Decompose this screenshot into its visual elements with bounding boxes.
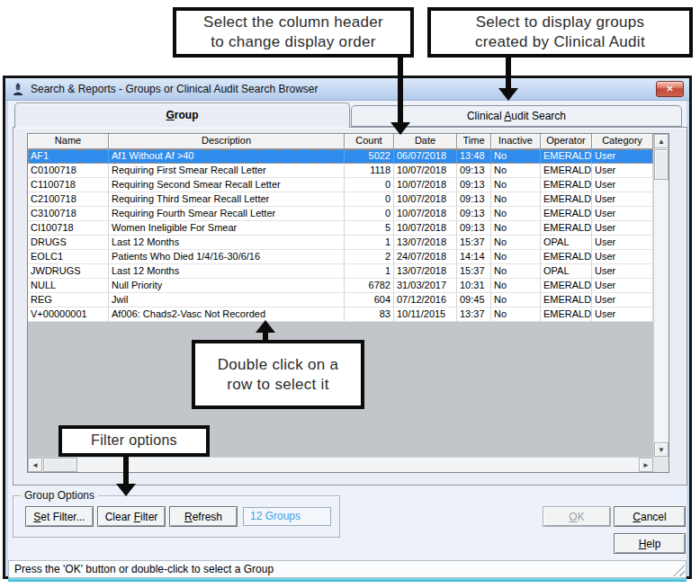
table-cell: EMERALD: [541, 221, 592, 236]
group-options-legend: Group Options: [21, 489, 98, 502]
table-cell: 09:13: [457, 164, 491, 178]
callout-arrow-line: [123, 455, 129, 486]
table-cell: 10/07/2018: [394, 192, 457, 207]
table-cell: User: [592, 279, 653, 293]
column-header-operator[interactable]: Operator: [541, 134, 592, 149]
table-cell: C0100718: [28, 164, 109, 178]
resize-grip[interactable]: [673, 565, 685, 576]
list-rows: AF1Af1 Without Af >40502206/07/201813:48…: [28, 149, 653, 322]
scroll-left-icon: ◄: [31, 461, 39, 469]
table-cell: OPAL: [541, 236, 592, 250]
table-cell: No: [491, 264, 541, 279]
horizontal-scrollbar[interactable]: ◄ ►: [28, 457, 653, 472]
table-cell: User: [592, 164, 653, 178]
table-row[interactable]: NULLNull Priority678231/03/201710:31NoEM…: [28, 279, 653, 293]
app-icon: [11, 82, 25, 96]
button-label: Cancel: [633, 511, 666, 523]
table-row[interactable]: CI100718Women Ineligible For Smear510/07…: [28, 221, 653, 236]
table-cell: No: [491, 307, 541, 322]
callout-text: Select the column header: [203, 13, 383, 32]
vertical-scrollbar[interactable]: ▲ ▼: [653, 134, 669, 457]
table-row[interactable]: C3100718Requiring Fourth Smear Recall Le…: [28, 207, 653, 221]
window-title: Search & Reports - Groups or Clinical Au…: [31, 83, 318, 95]
scroll-right-button[interactable]: ►: [639, 458, 653, 472]
tab-group[interactable]: Group: [14, 102, 350, 128]
table-cell: EMERALD: [541, 192, 592, 207]
table-row[interactable]: AF1Af1 Without Af >40502206/07/201813:48…: [28, 149, 653, 164]
table-cell: No: [491, 192, 541, 207]
table-row[interactable]: C2100718Requiring Third Smear Recall Let…: [28, 192, 653, 207]
ok-button[interactable]: OK: [543, 506, 611, 527]
callout-arrow-down-icon: [498, 88, 518, 101]
horizontal-scroll-thumb[interactable]: [43, 458, 77, 472]
table-row[interactable]: JWDRUGSLast 12 Months113/07/201815:37NoO…: [28, 264, 653, 279]
table-cell: Requiring Third Smear Recall Letter: [109, 192, 345, 207]
table-row[interactable]: REGJwil60407/12/201609:45NoEMERALDUser: [28, 293, 653, 307]
table-cell: User: [592, 250, 653, 264]
column-header-category[interactable]: Category: [592, 134, 653, 149]
scroll-down-icon: ▼: [658, 446, 665, 454]
table-cell: 5022: [345, 149, 394, 164]
vertical-scroll-thumb[interactable]: [654, 149, 669, 180]
list-header-row: NameDescriptionCountDateTimeInactiveOper…: [28, 134, 653, 149]
table-cell: EMERALD: [541, 250, 592, 264]
table-cell: EMERALD: [541, 207, 592, 221]
column-header-count[interactable]: Count: [345, 134, 394, 149]
help-button[interactable]: Help: [614, 533, 686, 554]
close-icon: ✕: [666, 84, 673, 94]
callout-filter-options: Filter options: [58, 425, 210, 457]
table-row[interactable]: C1100718Requiring Second Smear Recall Le…: [28, 178, 653, 192]
table-row[interactable]: C0100718Requiring First Smear Recall Let…: [28, 164, 653, 178]
table-cell: Last 12 Months: [109, 264, 345, 279]
table-cell: User: [592, 264, 653, 279]
table-cell: JWDRUGS: [28, 264, 109, 279]
button-label: Refresh: [184, 511, 222, 523]
close-button[interactable]: ✕: [656, 81, 684, 97]
table-cell: User: [592, 221, 653, 236]
table-cell: 0: [345, 192, 394, 207]
cancel-button[interactable]: Cancel: [614, 506, 686, 527]
table-cell: 14:14: [457, 250, 491, 264]
table-cell: 09:13: [457, 178, 491, 192]
table-cell: NULL: [28, 279, 109, 293]
table-cell: EMERALD: [541, 178, 592, 192]
column-header-name[interactable]: Name: [28, 134, 109, 149]
button-label: Clear Filter: [105, 511, 158, 523]
column-header-time[interactable]: Time: [457, 134, 491, 149]
table-cell: 15:37: [457, 264, 491, 279]
callout-text: row to select it: [227, 375, 328, 395]
table-cell: User: [592, 207, 653, 221]
button-label: Set Filter...: [33, 511, 85, 523]
column-header-date[interactable]: Date: [394, 134, 457, 149]
table-cell: User: [592, 192, 653, 207]
refresh-button[interactable]: Refresh: [169, 506, 238, 527]
table-cell: EMERALD: [541, 164, 592, 178]
table-cell: Requiring Second Smear Recall Letter: [109, 178, 345, 192]
table-cell: EMERALD: [541, 293, 592, 307]
table-cell: 10/07/2018: [394, 207, 457, 221]
table-cell: Requiring First Smear Recall Letter: [109, 164, 345, 178]
column-header-inactive[interactable]: Inactive: [491, 134, 541, 149]
callout-arrow-line: [506, 56, 511, 90]
scrollbar-corner: [653, 457, 669, 472]
table-row[interactable]: EOLC1Patients Who Died 1/4/16-30/6/16224…: [28, 250, 653, 264]
table-cell: 1: [345, 264, 394, 279]
table-row[interactable]: V+00000001Af006: Chads2-Vasc Not Recorde…: [28, 307, 653, 322]
table-cell: Null Priority: [109, 279, 345, 293]
table-cell: No: [491, 250, 541, 264]
callout-column-header: Select the column header to change displ…: [173, 7, 414, 58]
table-cell: No: [491, 293, 541, 307]
table-cell: 13/07/2018: [394, 264, 457, 279]
scroll-left-button[interactable]: ◄: [28, 458, 42, 472]
clear-filter-button[interactable]: Clear Filter: [97, 506, 166, 527]
table-cell: No: [491, 164, 541, 178]
set-filter-button[interactable]: Set Filter...: [25, 506, 94, 527]
table-cell: Af006: Chads2-Vasc Not Recorded: [109, 307, 345, 322]
callout-double-click: Double click on a row to select it: [192, 340, 364, 409]
scroll-down-button[interactable]: ▼: [654, 442, 669, 457]
table-row[interactable]: DRUGSLast 12 Months113/07/201815:37NoOPA…: [28, 236, 653, 250]
scroll-up-button[interactable]: ▲: [654, 134, 669, 148]
table-cell: User: [592, 307, 653, 322]
callout-text: Double click on a: [218, 355, 339, 375]
column-header-description[interactable]: Description: [109, 134, 345, 149]
